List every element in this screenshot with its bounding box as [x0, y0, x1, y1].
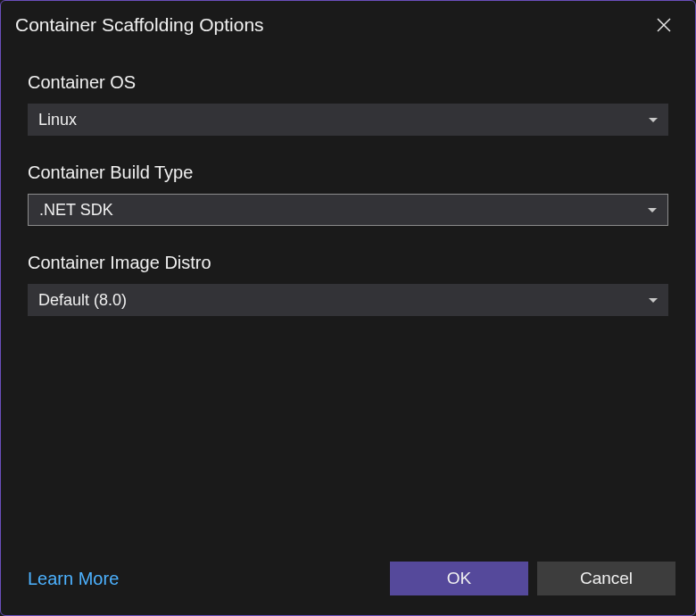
container-os-label: Container OS [28, 72, 668, 93]
titlebar: Container Scaffolding Options [1, 1, 695, 46]
container-build-type-label: Container Build Type [28, 162, 668, 183]
container-build-type-value: .NET SDK [39, 201, 113, 220]
close-button[interactable] [652, 13, 675, 37]
container-os-value: Linux [38, 111, 77, 129]
chevron-down-icon [648, 208, 657, 212]
chevron-down-icon [649, 298, 658, 303]
chevron-down-icon [649, 118, 658, 122]
learn-more-link[interactable]: Learn More [28, 569, 119, 589]
cancel-button[interactable]: Cancel [537, 562, 675, 595]
container-os-field: Container OS Linux [28, 72, 668, 136]
scaffolding-options-dialog: Container Scaffolding Options Container … [0, 0, 696, 616]
dialog-buttons: OK Cancel [390, 562, 675, 595]
container-image-distro-dropdown[interactable]: Default (8.0) [28, 284, 668, 316]
container-os-dropdown[interactable]: Linux [28, 104, 668, 136]
container-image-distro-field: Container Image Distro Default (8.0) [28, 253, 668, 316]
close-icon [656, 17, 672, 33]
ok-button[interactable]: OK [390, 562, 528, 595]
container-build-type-dropdown[interactable]: .NET SDK [28, 194, 668, 226]
container-image-distro-label: Container Image Distro [28, 253, 668, 273]
dialog-content: Container OS Linux Container Build Type … [1, 46, 695, 562]
container-build-type-field: Container Build Type .NET SDK [28, 162, 668, 226]
dialog-footer: Learn More OK Cancel [1, 562, 695, 615]
container-image-distro-value: Default (8.0) [38, 291, 127, 310]
dialog-title: Container Scaffolding Options [15, 14, 264, 36]
